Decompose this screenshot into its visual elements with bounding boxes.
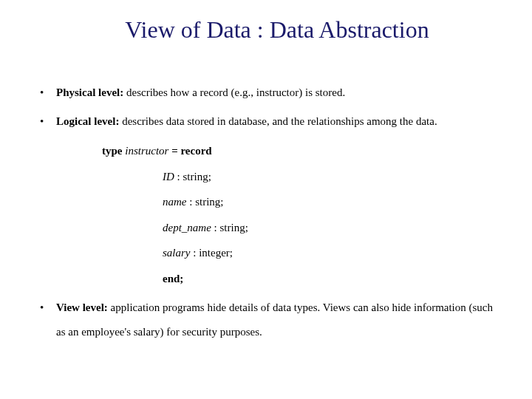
bullet-physical-label: Physical level: — [56, 86, 123, 98]
field-rest: : string; — [187, 196, 224, 208]
field-rest: : integer; — [191, 247, 233, 259]
bullet-list-2: View level: application programs hide de… — [37, 296, 495, 344]
bullet-list: Physical level: describes how a record (… — [37, 81, 495, 134]
bullet-logical-label: Logical level: — [56, 115, 119, 127]
record-type-name: instructor — [123, 145, 172, 157]
bullet-physical: Physical level: describes how a record (… — [37, 81, 495, 105]
record-end: end; — [163, 266, 495, 292]
record-fields: ID : string; name : string; dept_name : … — [163, 164, 495, 266]
record-block: type instructor = record ID : string; na… — [102, 138, 495, 291]
record-field: ID : string; — [163, 164, 495, 190]
bullet-view-text: application programs hide details of dat… — [56, 301, 493, 338]
bullet-view-label: View level: — [56, 301, 108, 313]
slide-title: View of Data : Data Abstraction — [37, 16, 495, 44]
field-id: name — [163, 196, 187, 208]
bullet-view: View level: application programs hide de… — [37, 296, 495, 344]
record-field: name : string; — [163, 189, 495, 215]
field-id: dept_name — [163, 222, 211, 233]
record-type-keyword: type — [102, 145, 123, 157]
field-id: salary — [163, 247, 191, 259]
record-eq: = record — [171, 145, 212, 157]
bullet-physical-text: describes how a record (e.g., instructor… — [123, 86, 345, 98]
bullet-logical-text: describes data stored in database, and t… — [119, 115, 437, 127]
bullet-logical: Logical level: describes data stored in … — [37, 109, 495, 134]
record-header: type instructor = record — [102, 138, 495, 164]
record-field: dept_name : string; — [163, 215, 495, 241]
field-id: ID — [163, 171, 174, 183]
field-rest: : string; — [174, 171, 211, 183]
record-field: salary : integer; — [163, 240, 495, 266]
field-rest: : string; — [211, 222, 248, 233]
